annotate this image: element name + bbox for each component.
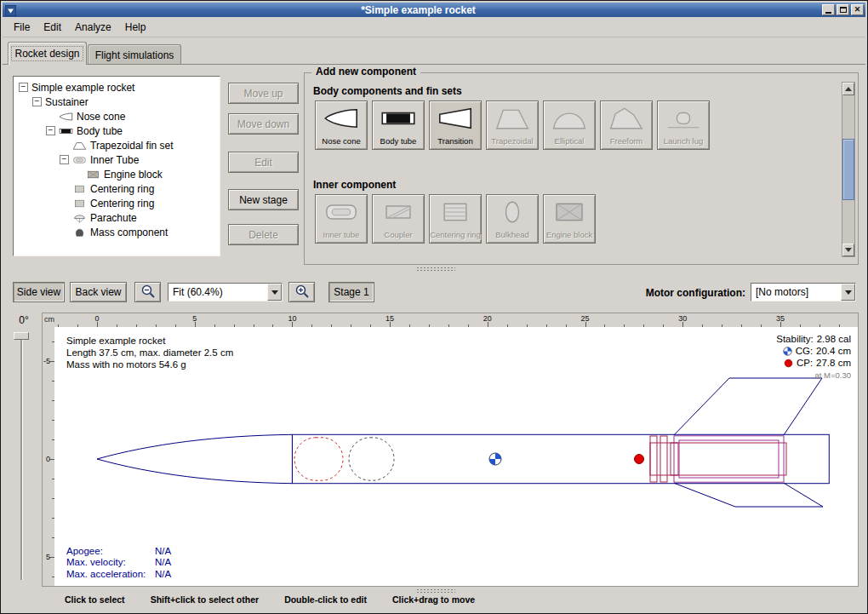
inner-tube-icon: [72, 155, 87, 165]
fin-upper-outline: [674, 378, 822, 435]
rocket-info: Simple example rocket Length 37.5 cm, ma…: [66, 335, 233, 370]
collapse-icon[interactable]: [19, 83, 28, 92]
rotation-slider[interactable]: [20, 335, 23, 580]
cg-label: CG:: [796, 346, 813, 356]
tree-item-engine-block[interactable]: Engine block: [15, 167, 218, 181]
cg-value: 20.4 cm: [816, 346, 851, 356]
add-freeform-button[interactable]: Freeform: [600, 100, 653, 150]
component-tree[interactable]: Simple example rocketSustainerNose coneB…: [13, 76, 220, 256]
add-body-tube-button[interactable]: Body tube: [372, 100, 425, 150]
new-stage-button[interactable]: New stage: [228, 189, 299, 210]
launch-lug-icon: [664, 106, 703, 131]
back-view-button[interactable]: Back view: [70, 282, 127, 302]
status-hint: Click to select: [65, 594, 125, 605]
mass-icon: [72, 227, 87, 238]
status-bar: Click to selectShift+click to select oth…: [65, 594, 475, 605]
add-engine-block-button[interactable]: Engine block: [543, 194, 596, 244]
menu-analyze[interactable]: Analyze: [68, 19, 118, 36]
cg-legend-icon: [783, 347, 792, 356]
flight-info: Apogee:N/A Max. velocity:N/A Max. accele…: [66, 546, 171, 581]
rotation-angle-label: 0°: [11, 314, 37, 326]
ruler-label: 35: [776, 314, 785, 323]
close-button[interactable]: [851, 4, 864, 15]
palette-button-label: Inner tube: [323, 230, 360, 239]
palette-button-label: Centering ring: [430, 230, 481, 239]
palette-button-label: Bulkhead: [495, 230, 529, 239]
add-elliptical-button[interactable]: Elliptical: [543, 100, 596, 150]
add-centering-ring-button[interactable]: Centering ring: [429, 194, 482, 244]
add-trapezoidal-button[interactable]: Trapezoidal: [486, 100, 539, 150]
move-down-button[interactable]: Move down: [228, 113, 299, 135]
tree-item-inner-tube[interactable]: Inner Tube: [15, 152, 218, 167]
menu-help[interactable]: Help: [118, 19, 153, 36]
tree-item-nose-cone[interactable]: Nose cone: [15, 109, 218, 123]
rocket-canvas[interactable]: Simple example rocket Length 37.5 cm, ma…: [54, 327, 858, 586]
ruler-unit-label: cm: [44, 315, 54, 324]
title-bar[interactable]: *Simple example rocket: [3, 3, 865, 17]
tree-item-trapezoidal-fin-set[interactable]: Trapezoidal fin set: [15, 138, 218, 152]
maximize-button[interactable]: [837, 4, 849, 15]
collapse-icon[interactable]: [46, 126, 55, 135]
minimize-button[interactable]: [822, 4, 835, 15]
zoom-combobox[interactable]: Fit (60.4%): [168, 283, 283, 301]
add-coupler-button[interactable]: Coupler: [372, 194, 425, 244]
palette-button-label: Elliptical: [555, 136, 585, 146]
menu-file[interactable]: File: [7, 19, 37, 36]
palette-button-label: Coupler: [384, 230, 412, 239]
nose-cone-icon: [59, 112, 73, 122]
zoom-value: Fit (60.4%): [168, 284, 267, 301]
tab-flight-simulations[interactable]: Flight simulations: [88, 44, 181, 65]
stability-value: 2.98 cal: [817, 334, 851, 344]
freeform-fin-icon: [607, 106, 646, 131]
engine-block-icon: [550, 199, 589, 225]
chevron-down-icon[interactable]: [841, 284, 855, 301]
nose-cone-icon: [322, 106, 361, 131]
menu-bar: FileEditAnalyzeHelp: [3, 17, 865, 37]
group-title: Add new component: [311, 66, 420, 77]
tree-item-label: Engine block: [104, 169, 163, 181]
tree-item-body-tube[interactable]: Body tube: [15, 123, 218, 138]
zoom-out-button[interactable]: [134, 282, 161, 302]
stage-1-toggle[interactable]: Stage 1: [328, 282, 374, 302]
scroll-up-icon[interactable]: [842, 83, 854, 95]
tree-item-centering-ring[interactable]: Centering ring: [15, 196, 218, 210]
side-view-button[interactable]: Side view: [13, 282, 65, 302]
stability-panel: Stability: 2.98 cal CG: 20.4 cm CP: 27.8…: [776, 333, 851, 381]
collapse-icon[interactable]: [60, 155, 69, 164]
menu-edit[interactable]: Edit: [37, 19, 68, 36]
scroll-down-icon[interactable]: [842, 244, 854, 256]
chevron-down-icon[interactable]: [267, 284, 282, 301]
add-launch-lug-button[interactable]: Launch lug: [657, 100, 710, 150]
splitter-handle-bottom[interactable]: [416, 588, 455, 594]
zoom-in-button[interactable]: [288, 282, 315, 302]
add-bulkhead-button[interactable]: Bulkhead: [486, 194, 539, 244]
rotation-slider-thumb[interactable]: [14, 332, 29, 340]
collapse-icon[interactable]: [32, 97, 42, 106]
tree-item-sustainer[interactable]: Sustainer: [15, 95, 218, 109]
scrollbar-thumb[interactable]: [842, 139, 854, 200]
action-buttons: Move upMove downEditNew stageDelete: [228, 72, 299, 251]
apogee-value: N/A: [155, 546, 171, 558]
status-hint: Shift+click to select other: [151, 594, 260, 605]
palette-scrollbar[interactable]: [842, 82, 855, 257]
splitter-handle-top[interactable]: [416, 267, 455, 272]
palette-button-label: Nose cone: [322, 136, 360, 146]
edit-button[interactable]: Edit: [228, 152, 299, 173]
palette-button-label: Body tube: [380, 136, 417, 146]
tree-item-centering-ring[interactable]: Centering ring: [15, 181, 218, 196]
add-inner-tube-button[interactable]: Inner tube: [315, 194, 368, 244]
tree-item-mass-component[interactable]: Mass component: [15, 225, 218, 239]
ruler-label: 5: [192, 314, 197, 323]
tree-item-simple-example-rocket[interactable]: Simple example rocket: [15, 80, 218, 95]
motor-configuration-combobox[interactable]: [No motors]: [751, 283, 856, 301]
move-up-button[interactable]: Move up: [228, 83, 299, 104]
delete-button[interactable]: Delete: [228, 224, 299, 245]
add-nose-cone-button[interactable]: Nose cone: [315, 100, 368, 150]
tree-item-label: Inner Tube: [90, 154, 139, 166]
tree-item-parachute[interactable]: Parachute: [15, 210, 218, 225]
tab-rocket-design[interactable]: Rocket design: [8, 42, 87, 65]
window-menu-icon[interactable]: [5, 4, 16, 15]
tree-item-label: Mass component: [90, 227, 168, 238]
add-transition-button[interactable]: Transition: [429, 100, 482, 150]
centering-ring-icon: [72, 198, 87, 209]
